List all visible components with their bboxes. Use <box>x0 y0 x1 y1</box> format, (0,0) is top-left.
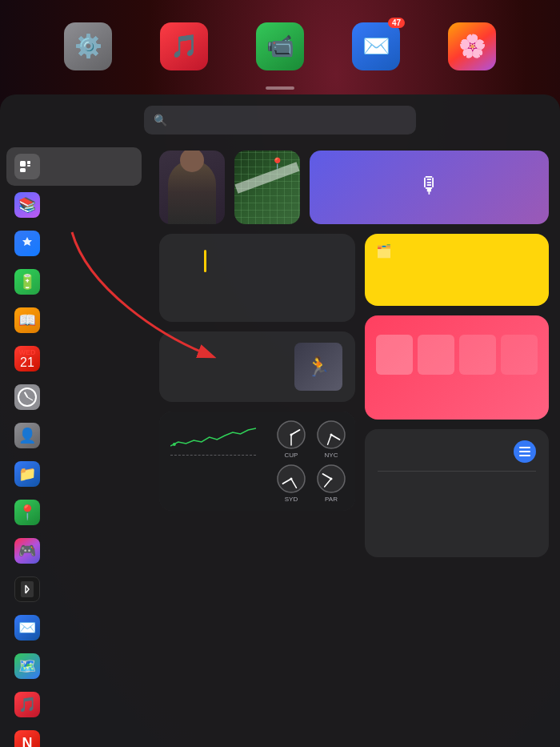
facetime-app-icon[interactable]: 📹 <box>256 22 304 70</box>
map-widget[interactable]: 📍 <box>234 151 300 224</box>
stocks-divider <box>170 455 256 456</box>
notes-widget[interactable]: 🗂️ <box>365 234 549 306</box>
sidebar-item-smart-stack[interactable]: 📚 <box>6 186 142 224</box>
calendar-widget-area: 🏃 <box>159 234 355 557</box>
search-icon: 🔍 <box>154 114 167 127</box>
headlines-image: 🏃 <box>294 343 342 391</box>
music-app-icon[interactable]: 🎵 <box>160 22 208 70</box>
sidebar-item-game-center[interactable]: 🎮 <box>6 532 142 570</box>
album-art-1 <box>376 335 413 375</box>
svg-rect-21 <box>519 447 530 448</box>
game-center-icon: 🎮 <box>14 538 40 564</box>
clock-nyc-city: NYC <box>325 452 338 459</box>
clock-par-city: PAR <box>325 496 338 503</box>
top-icons-bar: ⚙️ 🎵 📹 ✉️ 47 🌸 <box>0 0 560 84</box>
stocks-clocks-widget: CUP NYC <box>159 412 355 511</box>
calendar-widget[interactable] <box>159 234 355 322</box>
clock-nyc: NYC <box>314 420 349 459</box>
svg-point-12 <box>330 434 333 436</box>
reminders-divider <box>378 471 536 472</box>
mail-badge: 47 <box>388 18 405 28</box>
clock-syd-city: SYD <box>285 496 298 503</box>
clock-icon <box>14 384 40 410</box>
svg-rect-22 <box>519 451 530 452</box>
svg-rect-1 <box>27 161 30 164</box>
clock-syd: SYD <box>274 464 309 503</box>
reminders-widget[interactable] <box>365 429 549 557</box>
books-icon: 📖 <box>14 307 40 333</box>
stocks-widget[interactable] <box>159 412 267 511</box>
mail-app-icon[interactable]: ✉️ 47 <box>352 22 400 70</box>
reminders-row <box>378 440 536 463</box>
calendar-special-bar <box>204 250 206 272</box>
search-input[interactable]: 🔍 <box>144 106 416 135</box>
sidebar-item-books[interactable]: 📖 <box>6 301 142 339</box>
svg-point-4 <box>173 443 176 446</box>
headlines-text-area <box>172 343 286 391</box>
music-icon: 🎵 <box>14 692 40 717</box>
svg-point-20 <box>330 478 333 480</box>
notes-header: 🗂️ <box>376 243 538 259</box>
find-my-icon: 📍 <box>14 500 40 525</box>
drag-handle <box>266 86 294 90</box>
sidebar-item-files[interactable]: 📁 <box>6 455 142 493</box>
settings-app-icon[interactable]: ⚙️ <box>64 22 112 70</box>
svg-rect-3 <box>20 168 26 172</box>
album-art-2 <box>418 335 454 375</box>
reminders-list-icon[interactable] <box>514 440 536 463</box>
clock-par: PAR <box>314 464 349 503</box>
person-silhouette <box>168 160 216 224</box>
sidebar: 📚 🔋 📖 WED <box>0 143 148 747</box>
sidebar-item-maps[interactable]: 🗺️ <box>6 647 142 685</box>
sidebar-item-news[interactable]: N <box>6 724 142 747</box>
files-icon: 📁 <box>14 461 40 487</box>
podcasts-icon: 🎙 <box>418 172 441 199</box>
podcasts-widget[interactable]: 🎙 <box>310 151 549 224</box>
right-column: 🗂️ <box>365 234 549 557</box>
photo-widget[interactable] <box>159 151 225 224</box>
suggestions-icon <box>14 154 40 179</box>
maps-icon: 🗺️ <box>14 653 40 679</box>
calendar-date-row <box>172 245 342 272</box>
sidebar-item-batteries[interactable]: 🔋 <box>6 263 142 301</box>
svg-point-16 <box>290 478 293 480</box>
person-head <box>180 151 204 172</box>
sidebar-item-contacts[interactable]: 👤 <box>6 416 142 455</box>
svg-rect-0 <box>20 161 26 167</box>
svg-rect-2 <box>27 165 30 167</box>
sidebar-item-music[interactable]: 🎵 <box>6 685 142 724</box>
music-widget[interactable] <box>365 315 549 420</box>
map-pin-icon: 📍 <box>270 157 284 170</box>
news-icon: N <box>14 730 40 747</box>
app-store-icon <box>14 231 40 256</box>
calendar-date-2 <box>204 248 213 272</box>
world-clocks-widget[interactable]: CUP NYC <box>267 412 355 511</box>
album-art-3 <box>459 335 496 375</box>
smart-stack-icon: 📚 <box>14 192 40 218</box>
clock-cup: CUP <box>274 420 309 459</box>
mail-icon: ✉️ <box>14 615 40 641</box>
sidebar-item-clock[interactable] <box>6 378 142 416</box>
album-art-4 <box>501 335 538 375</box>
top-widget-row: 📍 🎙 <box>159 151 549 224</box>
clock-cup-city: CUP <box>285 452 298 459</box>
sidebar-item-calendar[interactable]: WED 21 <box>6 339 142 378</box>
music-albums-row <box>376 335 538 375</box>
content-area: 📚 🔋 📖 WED <box>0 143 560 747</box>
batteries-icon: 🔋 <box>14 269 40 295</box>
sidebar-item-mail[interactable]: ✉️ <box>6 608 142 647</box>
contacts-icon: 👤 <box>14 423 40 448</box>
headlines-widget[interactable]: 🏃 <box>159 331 355 402</box>
svg-point-8 <box>290 434 293 436</box>
svg-rect-23 <box>519 455 530 456</box>
calendar-icon: WED 21 <box>14 346 40 371</box>
widget-panel: 🔍 📚 <box>0 94 560 747</box>
stocks-chart <box>170 426 256 450</box>
photos-app-icon[interactable]: 🌸 <box>448 22 496 70</box>
notes-folder-icon: 🗂️ <box>376 243 392 259</box>
sidebar-item-find-my[interactable]: 📍 <box>6 493 142 532</box>
sidebar-item-app-store[interactable] <box>6 224 142 263</box>
sidebar-item-suggestions[interactable] <box>6 147 142 186</box>
sidebar-item-kindle[interactable] <box>6 570 142 608</box>
kindle-icon <box>14 576 40 602</box>
